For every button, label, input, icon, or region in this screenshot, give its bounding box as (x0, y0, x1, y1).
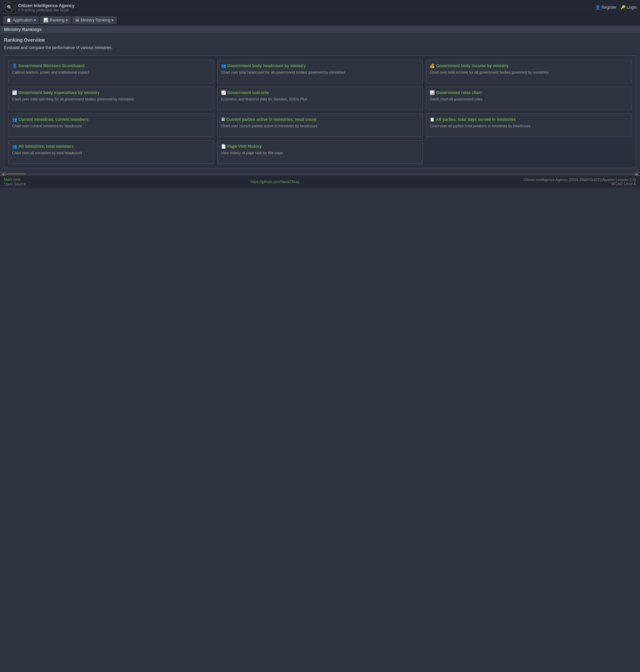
card-icon-3: 📉 (12, 90, 17, 95)
card-6: 👥 Current ministries, current members Ch… (9, 114, 214, 137)
card-2: 💰 Government body income by ministry Cha… (426, 60, 631, 83)
card-title-4: 📈 Government outcome (221, 90, 419, 95)
card-link-1[interactable]: Government body headcount by ministry (228, 63, 306, 68)
card-icon-0: 👤 (12, 63, 17, 68)
horizontal-scrollbar[interactable]: ◀ ▶ (0, 172, 640, 176)
card-link-3[interactable]: Government body expenditure by ministry (18, 90, 99, 95)
card-title-6: 👥 Current ministries, current members (12, 117, 210, 122)
main-content: Ranking Overview Evaluate and compare th… (0, 33, 640, 172)
card-link-6[interactable]: Current ministries, current members (18, 117, 88, 122)
card-description-6: Chart over current ministries by headcou… (12, 124, 210, 128)
card-0: 👤 Government Ministers Scoreboard Cabine… (9, 60, 214, 83)
card-icon-6: 👥 (12, 117, 17, 122)
card-link-7[interactable]: Current parties active in ministries, he… (227, 117, 317, 122)
card-description-8: Chart over all parties hold positons in … (430, 124, 628, 128)
card-description-10: View history of page visit for this page… (221, 151, 419, 155)
ministry-nav-icon: 🏛 (75, 18, 79, 23)
register-icon: 👤 (595, 5, 600, 10)
footer-center: https://github.com/Hack23/cia (251, 180, 299, 184)
card-title-3: 📉 Government body expenditure by ministr… (12, 90, 210, 95)
card-description-7: Chart over current parties active in min… (221, 124, 419, 128)
card-title-7: 🏛 Current parties active in ministries, … (221, 117, 419, 122)
card-5: 📊 Government roles chart Gantt chart all… (426, 87, 631, 110)
card-7: 🏛 Current parties active in ministries, … (217, 114, 423, 137)
card-icon-8: 📋 (430, 117, 435, 122)
login-link[interactable]: 🔑 Login (621, 5, 637, 10)
page-title: Ranking Overview (4, 37, 636, 43)
svg-text:🔍: 🔍 (7, 5, 13, 11)
card-link-0[interactable]: Government Ministers Scoreboard (18, 63, 85, 68)
card-icon-10: 📄 (221, 144, 226, 149)
card-description-2: Chart over total income for all governme… (430, 70, 628, 74)
card-icon-2: 💰 (430, 63, 435, 68)
site-title-area: Citizen Intelligence Agency // Tracking … (18, 3, 75, 12)
copyright-label: Citizen Intelligence Agency (2024-SNAPSH… (524, 178, 636, 182)
card-title-10: 📄 Page Visit History (221, 144, 419, 149)
site-footer: Main view Open Source https://github.com… (0, 176, 640, 188)
app-nav-chevron: ▾ (34, 18, 36, 23)
card-link-9[interactable]: All ministries, total members (18, 144, 74, 149)
github-link[interactable]: https://github.com/Hack23/cia (251, 180, 299, 184)
footer-right: Citizen Intelligence Agency (2024-SNAPSH… (524, 178, 636, 186)
ministry-nav-chevron: ▾ (112, 18, 114, 23)
scroll-right-btn[interactable]: ▶ (635, 172, 639, 176)
card-description-0: Cabinet leaders: power and institutional… (12, 70, 210, 74)
version-label: WCAG Level A (611, 182, 636, 186)
card-description-4: Economic and financial data for Sweden, … (221, 97, 419, 101)
card-description-9: Chart over all ministries by total headc… (12, 151, 210, 155)
card-empty-0 (426, 140, 631, 164)
ranking-nav-icon: 📊 (43, 18, 48, 23)
site-tagline: // Tracking politicians like bugs! (18, 8, 75, 12)
logo-area: 🔍 Citizen Intelligence Agency // Trackin… (3, 1, 75, 13)
card-title-0: 👤 Government Ministers Scoreboard (12, 63, 210, 68)
site-logo: 🔍 (3, 1, 15, 13)
main-view-link[interactable]: Main view (4, 177, 26, 181)
page-header-bar: Ministry Rankings (0, 26, 640, 33)
card-9: 👥 All ministries, total members Chart ov… (9, 140, 214, 164)
card-title-5: 📊 Government roles chart (430, 90, 628, 95)
card-description-5: Gantt chart all government roles (430, 97, 628, 101)
card-link-4[interactable]: Government outcome (228, 90, 269, 95)
footer-left: Main view Open Source (4, 177, 26, 186)
card-4: 📈 Government outcome Economic and financ… (217, 87, 423, 110)
navbar: 📋 Application ▾ 📊 Ranking ▾ 🏛 Ministry R… (0, 15, 640, 26)
card-10: 📄 Page Visit History View history of pag… (217, 140, 423, 164)
scrollbar-track[interactable] (5, 173, 635, 175)
card-title-9: 👥 All ministries, total members (12, 144, 210, 149)
application-nav-btn[interactable]: 📋 Application ▾ (3, 16, 39, 24)
card-link-2[interactable]: Government body income by ministry (436, 63, 508, 68)
login-icon: 🔑 (621, 5, 626, 10)
ministry-ranking-nav-btn[interactable]: 🏛 Ministry Ranking ▾ (72, 16, 117, 24)
site-header: 🔍 Citizen Intelligence Agency // Trackin… (0, 0, 640, 15)
card-8: 📋 All parties, total days served in mini… (426, 114, 631, 137)
card-3: 📉 Government body expenditure by ministr… (9, 87, 214, 110)
card-title-2: 💰 Government body income by ministry (430, 63, 628, 68)
card-icon-4: 📈 (221, 90, 226, 95)
cards-grid: 👤 Government Ministers Scoreboard Cabine… (4, 56, 636, 168)
card-icon-1: 👥 (221, 63, 226, 68)
app-nav-icon: 📋 (6, 18, 11, 23)
scrollbar-thumb[interactable] (5, 173, 26, 175)
card-link-10[interactable]: Page Visit History (228, 144, 262, 149)
card-title-1: 👥 Government body headcount by ministry (221, 63, 419, 68)
card-link-8[interactable]: All parties, total days served in minist… (436, 117, 516, 122)
open-source-label: Open Source (4, 182, 26, 186)
register-link[interactable]: 👤 Register (595, 5, 616, 10)
card-icon-7: 🏛 (221, 117, 225, 122)
site-name: Citizen Intelligence Agency (18, 3, 75, 8)
breadcrumb: Ministry Rankings (4, 27, 42, 32)
card-description-1: Chart over total headcount for all gover… (221, 70, 419, 74)
card-1: 👥 Government body headcount by ministry … (217, 60, 423, 83)
card-icon-9: 👥 (12, 144, 17, 149)
page-description: Evaluate and compare the performance of … (4, 45, 636, 50)
ranking-nav-btn[interactable]: 📊 Ranking ▾ (40, 16, 71, 24)
scroll-left-btn[interactable]: ◀ (1, 172, 5, 176)
card-link-5[interactable]: Government roles chart (436, 90, 481, 95)
card-icon-5: 📊 (430, 90, 435, 95)
card-description-3: Chart over total spending for all govern… (12, 97, 210, 101)
card-title-8: 📋 All parties, total days served in mini… (430, 117, 628, 122)
ranking-nav-chevron: ▾ (66, 18, 68, 23)
header-auth-area: 👤 Register 🔑 Login (595, 5, 637, 10)
